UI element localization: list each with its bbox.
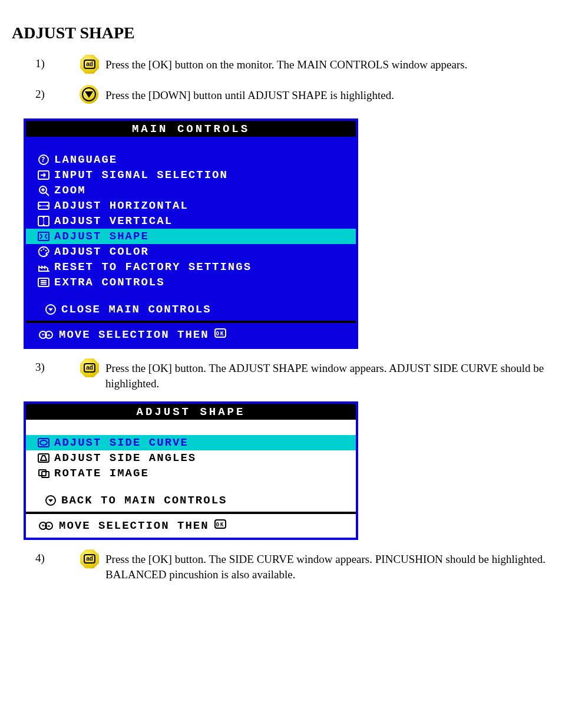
- footer-text: MOVE SELECTION THEN: [59, 519, 209, 532]
- step-number: 4): [12, 552, 80, 565]
- panel-title: MAIN CONTROLS: [26, 121, 356, 137]
- menu-item-label: EXTRA CONTROLS: [54, 276, 165, 289]
- circle-down-icon: [40, 494, 61, 507]
- step-text: Press the [OK] button. The ADJUST SHAPE …: [105, 361, 550, 391]
- menu-item-label: ADJUST SHAPE: [54, 230, 149, 243]
- step-text: Press the [DOWN] button until ADJUST SHA…: [105, 88, 394, 103]
- menu-item-label: ADJUST SIDE CURVE: [54, 436, 189, 449]
- main-controls-panel: MAIN CONTROLS LANGUAGE INPUT SIGNAL SELE…: [24, 118, 358, 349]
- pincushion-icon: [33, 436, 54, 449]
- menu-item-label: INPUT SIGNAL SELECTION: [54, 169, 228, 182]
- instruction-step-4: 4) ad Press the [OK] button. The SIDE CU…: [12, 552, 550, 582]
- ok-button-icon: ad: [80, 54, 100, 74]
- ok-icon: [213, 518, 228, 534]
- instruction-step-2: 2) Press the [DOWN] button until ADJUST …: [12, 88, 550, 108]
- palette-icon: [33, 245, 54, 258]
- menu-item-factory-reset[interactable]: RESET TO FACTORY SETTINGS: [26, 259, 356, 275]
- section-heading: ADJUST SHAPE: [12, 24, 550, 42]
- step-number: 3): [12, 361, 80, 374]
- menu-item-label: BACK TO MAIN CONTROLS: [61, 494, 227, 507]
- menu-item-label: CLOSE MAIN CONTROLS: [61, 303, 211, 316]
- panel-footer: MOVE SELECTION THEN: [26, 323, 356, 347]
- step-text: Press the [OK] button on the monitor. Th…: [105, 57, 467, 73]
- menu-item-adjust-side-curve[interactable]: ADJUST SIDE CURVE: [26, 435, 356, 450]
- globe-question-icon: [33, 153, 54, 166]
- menu-item-rotate-image[interactable]: ROTATE IMAGE: [26, 466, 356, 481]
- footer-text: MOVE SELECTION THEN: [59, 328, 209, 341]
- adjust-shape-panel: ADJUST SHAPE ADJUST SIDE CURVE ADJUST SI…: [24, 401, 358, 540]
- menu-item-close-main-controls[interactable]: CLOSE MAIN CONTROLS: [26, 302, 356, 317]
- horizontal-arrows-icon: [33, 199, 54, 212]
- menu-item-adjust-horizontal[interactable]: ADJUST HORIZONTAL: [26, 198, 356, 213]
- menu-item-language[interactable]: LANGUAGE: [26, 152, 356, 167]
- up-down-icon: [33, 519, 59, 532]
- menu-item-input-signal[interactable]: INPUT SIGNAL SELECTION: [26, 167, 356, 183]
- step-number: 1): [12, 57, 80, 70]
- menu-item-label: ADJUST COLOR: [54, 245, 149, 258]
- instruction-step-3: 3) ad Press the [OK] button. The ADJUST …: [12, 361, 550, 391]
- menu-item-back-to-main[interactable]: BACK TO MAIN CONTROLS: [26, 493, 356, 508]
- menu-item-adjust-vertical[interactable]: ADJUST VERTICAL: [26, 213, 356, 229]
- rotate-icon: [33, 467, 54, 480]
- input-arrow-icon: [33, 169, 54, 182]
- menu-item-adjust-color[interactable]: ADJUST COLOR: [26, 244, 356, 259]
- list-icon: [33, 276, 54, 289]
- panel-footer: MOVE SELECTION THEN: [26, 514, 356, 538]
- shape-icon: [33, 230, 54, 243]
- menu-item-label: RESET TO FACTORY SETTINGS: [54, 261, 252, 274]
- menu-item-label: ADJUST HORIZONTAL: [54, 199, 189, 212]
- menu-item-label: ROTATE IMAGE: [54, 467, 149, 480]
- menu-item-adjust-shape[interactable]: ADJUST SHAPE: [26, 229, 356, 244]
- menu-item-label: ADJUST SIDE ANGLES: [54, 452, 196, 465]
- vertical-arrows-icon: [33, 215, 54, 228]
- panel-title: ADJUST SHAPE: [26, 404, 356, 420]
- ok-icon: [213, 327, 228, 343]
- step-text: Press the [OK] button. The SIDE CURVE wi…: [105, 552, 550, 582]
- ok-button-icon: ad: [80, 549, 100, 569]
- magnify-plus-icon: [33, 184, 54, 197]
- menu-item-label: ADJUST VERTICAL: [54, 215, 173, 228]
- menu-item-extra-controls[interactable]: EXTRA CONTROLS: [26, 275, 356, 290]
- ok-button-icon: ad: [80, 358, 100, 378]
- up-down-icon: [33, 328, 59, 341]
- circle-down-icon: [40, 303, 61, 316]
- trapezoid-icon: [33, 452, 54, 465]
- menu-item-label: ZOOM: [54, 184, 86, 197]
- menu-item-adjust-side-angles[interactable]: ADJUST SIDE ANGLES: [26, 450, 356, 466]
- step-number: 2): [12, 88, 80, 101]
- down-button-icon: [80, 85, 100, 105]
- factory-icon: [33, 261, 54, 274]
- menu-item-label: LANGUAGE: [54, 153, 117, 166]
- menu-item-zoom[interactable]: ZOOM: [26, 183, 356, 198]
- instruction-step-1: 1) ad Press the [OK] button on the monit…: [12, 57, 550, 77]
